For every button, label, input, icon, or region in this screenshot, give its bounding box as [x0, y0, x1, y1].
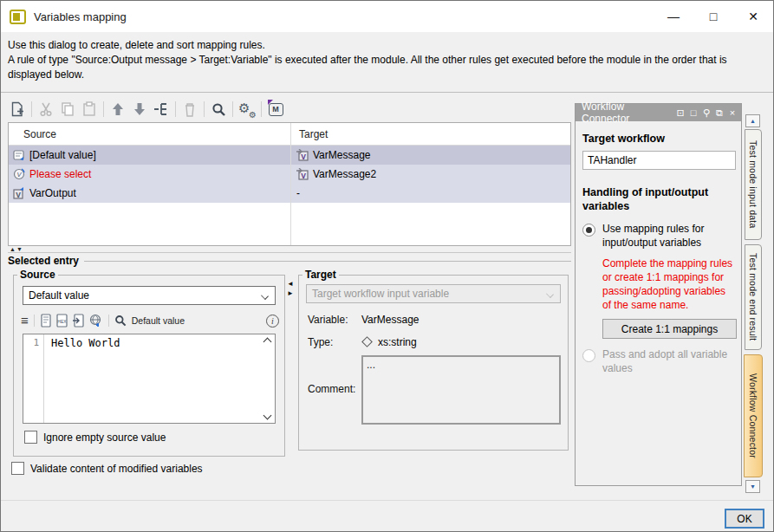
source-group-label: Source	[17, 269, 58, 281]
source-value-editor[interactable]: 1 Hello World	[23, 334, 276, 424]
panel-dock-icon[interactable]: ⊡	[674, 107, 686, 119]
ok-button[interactable]: OK	[725, 509, 764, 529]
xsd-type-icon	[361, 336, 373, 347]
variable-input-icon: V	[296, 149, 309, 161]
text-view-icon[interactable]	[40, 314, 52, 328]
panel-close-icon[interactable]: ×	[726, 107, 738, 119]
tab-test-mode-end-result[interactable]: Test mode end result	[745, 244, 762, 350]
window-title: Variables mapping	[34, 10, 127, 23]
source-type-value: Default value	[29, 289, 89, 302]
toolbar-separator	[34, 315, 35, 327]
target-group-label: Target	[302, 269, 339, 281]
table-row[interactable]: V VarOutput -	[9, 184, 570, 203]
tabstrip-scroll-up[interactable]: ▲	[745, 114, 760, 127]
mapping-rules-radio-row: Use mapping rules for input/output varia…	[582, 222, 734, 250]
create-mappings-button[interactable]: Create 1:1 mappings	[602, 319, 737, 339]
rule-source-label: [Default value]	[29, 149, 96, 161]
panel-title-icons: ⊡ □ ⚲ ⧉ ×	[674, 107, 738, 119]
chevron-down-icon	[261, 292, 269, 300]
comment-row: Comment: ...	[308, 355, 568, 425]
toolbar-separator	[31, 101, 32, 117]
toolbar-separator	[232, 101, 233, 117]
target-group: Target Target workflow input variable Va…	[298, 269, 569, 451]
variable-input-icon: V	[296, 168, 309, 180]
panel-titlebar[interactable]: Workflow Connector ⊡ □ ⚲ ⧉ ×	[576, 104, 741, 121]
tab-test-mode-input-data[interactable]: Test mode input data	[745, 129, 762, 240]
vertical-splitter[interactable]: ◄ ►	[287, 281, 297, 297]
comment-label: Comment:	[308, 383, 361, 395]
target-column-header: Target	[290, 128, 328, 140]
toolbar-separator	[175, 101, 176, 117]
horizontal-splitter[interactable]: ▲▼	[8, 246, 571, 253]
source-column-header: Source	[9, 128, 290, 140]
info-icon[interactable]: i	[266, 315, 279, 328]
delete-icon	[180, 100, 199, 119]
rule-target-label: -	[296, 187, 300, 199]
validate-checkbox[interactable]	[11, 462, 24, 475]
rule-source-label: VarOutput	[29, 187, 76, 199]
toolbar-separator	[204, 101, 205, 117]
dialog-footer: OK	[1, 500, 773, 532]
target-workflow-heading: Target workflow	[582, 132, 734, 146]
variable-row: Variable: VarMessage	[308, 314, 568, 326]
url-link-icon[interactable]	[88, 314, 103, 328]
module-mapping-icon[interactable]: M	[266, 100, 285, 119]
toolbar-separator	[103, 101, 104, 117]
maximize-button[interactable]: □	[693, 1, 733, 32]
splitter-collapse-icon[interactable]: ▲	[10, 246, 16, 252]
mapping-rules-radio[interactable]	[582, 224, 595, 237]
import-file-icon[interactable]	[72, 314, 85, 328]
selected-entry-label: Selected entry	[8, 255, 79, 267]
menu-icon[interactable]: ≡	[21, 315, 29, 327]
description-line1: Use this dialog to create, delete and so…	[8, 38, 766, 53]
sort-tree-icon[interactable]	[152, 100, 171, 119]
table-row[interactable]: V Please select V VarMessage2	[9, 165, 570, 184]
comment-box: ...	[361, 355, 561, 425]
description-line2: A rule of type "Source:Output message > …	[8, 53, 766, 82]
source-group: Source Default value ≡ HEX Default value…	[13, 269, 285, 457]
heading-rule	[84, 261, 571, 262]
svg-text:HEX: HEX	[57, 319, 67, 324]
pending-variable-icon: V	[13, 168, 25, 180]
panel-pin-icon[interactable]: ⚲	[700, 107, 712, 119]
move-up-icon[interactable]	[108, 100, 127, 119]
type-value: xs:string	[378, 336, 417, 348]
target-workflow-field[interactable]: TAHandler	[582, 151, 736, 170]
variable-output-icon: V	[13, 187, 25, 199]
hex-view-icon[interactable]: HEX	[55, 314, 68, 328]
close-button[interactable]: ✕	[733, 1, 773, 32]
splitter-right-icon[interactable]: ►	[287, 290, 297, 297]
type-row: Type: xs:string	[308, 336, 568, 348]
toolbar-separator	[261, 101, 262, 117]
splitter-expand-icon[interactable]: ▼	[16, 246, 23, 252]
splitter-left-icon[interactable]: ◄	[287, 281, 297, 288]
validate-checkbox-row: Validate content of modified variables	[11, 462, 203, 475]
panel-float-icon[interactable]: ⧉	[713, 107, 725, 119]
tab-workflow-connector[interactable]: Workflow Connector	[744, 354, 763, 477]
search-icon[interactable]	[209, 100, 228, 119]
app-icon	[10, 10, 26, 24]
target-type-combobox: Target workflow input variable	[306, 284, 561, 303]
scroll-up-icon[interactable]	[263, 338, 272, 347]
table-header: Source Target	[9, 123, 570, 146]
ignore-empty-checkbox[interactable]	[24, 431, 37, 444]
source-type-combobox[interactable]: Default value	[23, 286, 276, 305]
new-rule-icon[interactable]	[8, 100, 27, 119]
chevron-down-icon	[546, 290, 554, 298]
scroll-down-icon[interactable]	[263, 412, 272, 420]
table-row[interactable]: [Default value] V VarMessage	[9, 146, 570, 165]
mapping-rules-table[interactable]: Source Target [Default value] V VarMessa…	[8, 122, 571, 246]
window-titlebar: Variables mapping — □ ✕	[1, 1, 773, 32]
tabstrip-scroll-down[interactable]: ▼	[745, 480, 760, 493]
minimize-button[interactable]: —	[654, 1, 693, 32]
rule-target-label: VarMessage	[313, 149, 370, 161]
move-down-icon[interactable]	[130, 100, 149, 119]
search-icon[interactable]	[114, 315, 127, 327]
settings-gears-icon[interactable]: ⚙⚙	[237, 100, 257, 119]
rule-target-label: VarMessage2	[313, 168, 376, 180]
source-value-text[interactable]: Hello World	[44, 334, 260, 423]
panel-maximize-icon[interactable]: □	[687, 107, 699, 119]
default-value-icon	[13, 149, 25, 161]
editor-scrollbar[interactable]	[260, 334, 275, 423]
line-number-gutter: 1	[23, 334, 44, 423]
